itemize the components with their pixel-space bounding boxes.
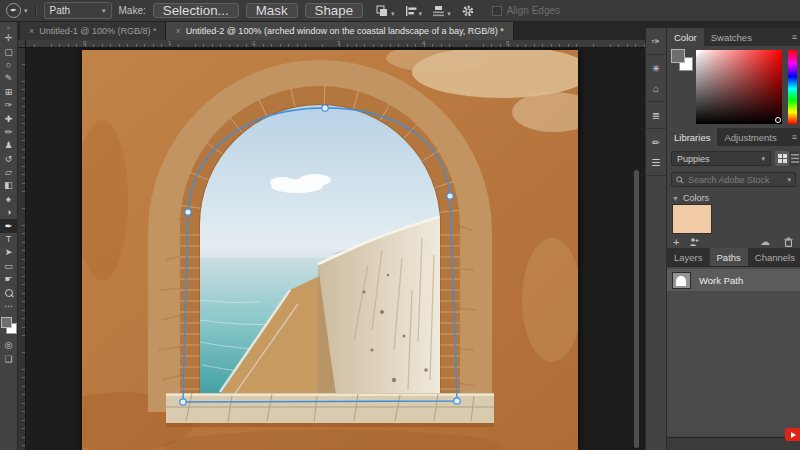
make-label: Make: — [119, 5, 146, 16]
quick-selection-tool[interactable]: ✎ — [0, 72, 18, 85]
document-canvas[interactable] — [82, 50, 578, 450]
work-path-row[interactable]: Work Path — [667, 269, 800, 291]
ruler-origin-corner — [18, 40, 26, 48]
type-tool[interactable]: T — [0, 233, 18, 246]
library-color-swatch[interactable] — [672, 204, 712, 234]
tab-channels[interactable]: Channels — [748, 248, 800, 266]
panel-menu-icon[interactable]: ≡ — [792, 32, 797, 42]
path-anchor-point[interactable] — [454, 398, 460, 404]
brush-settings-panel-icon[interactable]: ☰ — [646, 152, 666, 172]
panel-color-chips[interactable] — [671, 49, 695, 73]
panel-footer — [667, 437, 800, 450]
adjustments-panel-icon[interactable]: ✳ — [646, 58, 666, 78]
layers-panel-tabstrip: Layers Paths Channels — [667, 248, 800, 266]
quick-mask-button[interactable]: ◎ — [0, 339, 18, 352]
path-selection-tool[interactable]: ➤ — [0, 246, 18, 259]
add-element-button[interactable]: + — [673, 236, 679, 248]
toolbar-collapse-icon[interactable]: » — [7, 22, 10, 32]
document-tab-untitled-2[interactable]: × Untitled-2 @ 100% (arched window on th… — [166, 22, 513, 40]
lasso-tool[interactable]: ○ — [0, 59, 18, 72]
brush-tool[interactable]: ✏ — [0, 126, 18, 139]
history-brush-tool[interactable]: ↺ — [0, 153, 18, 166]
blur-tool[interactable]: ♠ — [0, 193, 18, 206]
colors-section-header[interactable]: ▼ Colors — [672, 193, 709, 203]
arch-shape-icon — [676, 276, 686, 286]
picker-corner-marker — [696, 50, 702, 56]
clone-stamp-tool[interactable]: ♟ — [0, 139, 18, 152]
panel-menu-icon[interactable]: ≡ — [792, 132, 797, 142]
pen-preset-icon: ✒ — [6, 3, 21, 18]
color-panel-tabstrip: Color Swatches ≡ — [667, 28, 800, 46]
close-icon[interactable]: × — [29, 26, 34, 36]
canvas-scrollbar[interactable] — [634, 170, 639, 448]
foreground-color-chip[interactable] — [1, 317, 12, 328]
ruler-number: 3 — [337, 40, 340, 47]
brushes-panel-icon[interactable]: ✏ — [646, 132, 666, 152]
tab-paths[interactable]: Paths — [710, 248, 748, 266]
tab-layers[interactable]: Layers — [667, 248, 710, 266]
marquee-tool[interactable]: ▢ — [0, 45, 18, 58]
crop-tool[interactable]: ⊞ — [0, 86, 18, 99]
saturation-brightness-picker[interactable] — [696, 50, 782, 124]
hue-slider[interactable] — [788, 50, 797, 124]
path-operations-icon[interactable]: ▾ — [376, 5, 395, 17]
tool-mode-select[interactable]: Path ▾ — [44, 2, 112, 19]
tool-preset-picker[interactable]: ✒ ▾ — [6, 3, 28, 18]
tab-swatches[interactable]: Swatches — [704, 28, 759, 46]
panels-column: Color Swatches ≡ Libraries Adjustments ≡… — [667, 28, 800, 450]
pen-tool[interactable]: ✒ — [0, 219, 18, 232]
rectangle-tool[interactable]: ▭ — [0, 260, 18, 273]
tab-adjustments[interactable]: Adjustments — [717, 128, 783, 146]
path-arrangement-icon[interactable]: ▾ — [432, 5, 451, 17]
path-anchor-point[interactable] — [185, 209, 191, 215]
horizontal-ruler[interactable]: 0 1 2 3 4 5 — [18, 40, 645, 48]
healing-brush-tool[interactable]: ✚ — [0, 112, 18, 125]
foreground-color-chip[interactable] — [671, 49, 685, 63]
ruler-number: 0 — [83, 40, 86, 47]
character-panel-icon[interactable]: ≣ — [646, 105, 666, 125]
foreground-background-colors[interactable] — [1, 317, 17, 334]
ruler-number: 2 — [252, 40, 255, 47]
close-icon[interactable]: × — [175, 26, 180, 36]
align-edges-toggle[interactable]: Align Edges — [492, 5, 560, 16]
eraser-tool[interactable]: ▱ — [0, 166, 18, 179]
edit-toolbar-ellipsis[interactable]: ⋯ — [0, 300, 18, 313]
gradient-tool[interactable]: ◧ — [0, 179, 18, 192]
zoom-tool[interactable] — [0, 286, 18, 299]
styles-panel-icon[interactable]: ✑ — [646, 31, 666, 51]
path-alignment-icon[interactable]: ▾ — [405, 5, 423, 17]
make-selection-button[interactable]: Selection... — [153, 3, 239, 18]
tab-libraries[interactable]: Libraries — [667, 128, 717, 146]
screen-mode-button[interactable]: ❏ — [0, 353, 18, 366]
library-collection-select[interactable]: Puppies ▾ — [671, 151, 771, 166]
move-tool[interactable]: ✛ — [0, 32, 18, 45]
trash-icon[interactable] — [784, 237, 793, 247]
hand-tool[interactable]: ☛ — [0, 273, 18, 286]
separator — [35, 4, 37, 18]
path-anchor-point[interactable] — [447, 193, 453, 199]
ruler-ticks — [18, 44, 645, 47]
make-mask-button[interactable]: Mask — [246, 3, 298, 18]
collapsed-panels-rail: ✑ ✳ ⌂ ≣ ✏ ☰ — [645, 28, 667, 450]
dodge-tool[interactable]: ◑ — [0, 206, 18, 219]
tab-color[interactable]: Color — [667, 28, 704, 46]
list-view-button[interactable] — [790, 151, 799, 166]
options-bar: ✒ ▾ Path ▾ Make: Selection... Mask Shape… — [0, 0, 800, 22]
tools-panel: » ✛ ▢ ○ ✎ ⊞ ✑ ✚ ✏ ♟ ↺ ▱ ◧ ♠ ◑ ✒ T ➤ ▭ ☛ … — [0, 22, 18, 450]
grid-view-button[interactable] — [775, 151, 789, 166]
cloud-sync-icon[interactable]: ☁ — [760, 236, 770, 248]
collaborate-icon[interactable] — [689, 237, 699, 247]
triangle-down-icon: ▼ — [672, 195, 679, 202]
document-image — [82, 50, 578, 450]
path-anchor-point[interactable] — [322, 105, 328, 111]
clone-source-panel-icon[interactable]: ⌂ — [646, 78, 666, 98]
document-tab-untitled-1[interactable]: × Untitled-1 @ 100% (RGB/8) * — [20, 22, 166, 40]
path-anchor-point[interactable] — [180, 399, 186, 405]
search-input[interactable]: Search Adobe Stock ▾ — [671, 172, 796, 187]
picker-cursor[interactable] — [775, 117, 781, 123]
eyedropper-tool[interactable]: ✑ — [0, 99, 18, 112]
canvas-pasteboard[interactable]: 0 1 2 3 4 5 — [18, 40, 645, 450]
vertical-ruler[interactable] — [18, 48, 26, 450]
make-shape-button[interactable]: Shape — [305, 3, 364, 18]
gear-icon[interactable] — [461, 4, 475, 18]
